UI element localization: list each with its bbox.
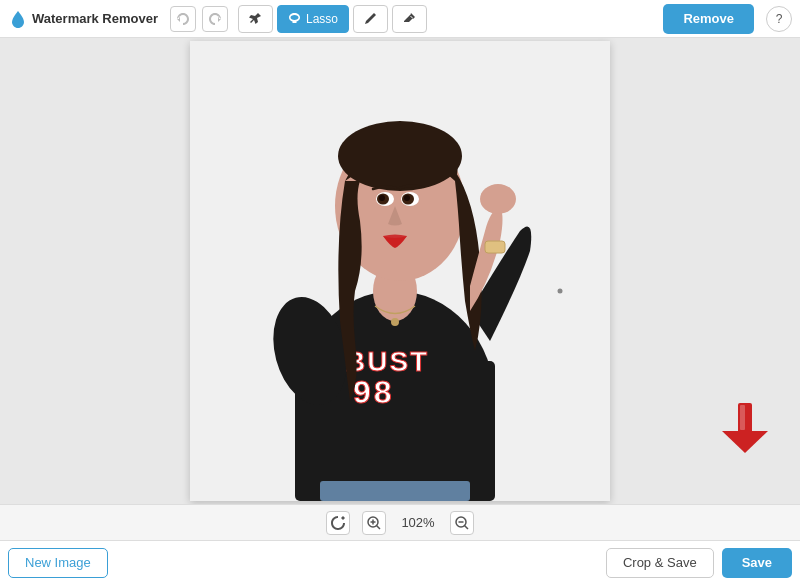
- svg-marker-24: [722, 431, 768, 453]
- erase-tool-button[interactable]: [392, 5, 427, 33]
- svg-line-32: [465, 525, 469, 529]
- header: Watermark Remover Lasso: [0, 0, 800, 38]
- svg-point-17: [379, 195, 385, 201]
- pen-tool-button[interactable]: [353, 5, 388, 33]
- new-image-button[interactable]: New Image: [8, 548, 108, 578]
- toolbar-tools: Lasso: [238, 5, 427, 33]
- svg-rect-21: [320, 481, 470, 501]
- zoom-level: 102%: [398, 515, 438, 530]
- svg-text:98: 98: [353, 374, 395, 410]
- save-button[interactable]: Save: [722, 548, 792, 578]
- svg-point-22: [558, 289, 563, 294]
- svg-point-10: [391, 318, 399, 326]
- svg-line-29: [377, 525, 381, 529]
- canvas-area: BUST BUST 98 98: [0, 38, 800, 504]
- svg-rect-20: [485, 241, 505, 253]
- remove-button[interactable]: Remove: [663, 4, 754, 34]
- lasso-tool-button[interactable]: Lasso: [277, 5, 349, 33]
- image-container[interactable]: BUST BUST 98 98: [190, 41, 610, 501]
- svg-text:BUST: BUST: [345, 346, 429, 377]
- zoom-bar: 102%: [0, 504, 800, 540]
- app-title: Watermark Remover: [32, 11, 158, 26]
- app-logo: Watermark Remover: [8, 9, 164, 29]
- crop-save-button[interactable]: Crop & Save: [606, 548, 714, 578]
- zoom-out-button[interactable]: [450, 511, 474, 535]
- redo-button[interactable]: [202, 6, 228, 32]
- help-button[interactable]: ?: [766, 6, 792, 32]
- person-image: BUST BUST 98 98: [190, 41, 610, 501]
- footer-right: Crop & Save Save: [606, 548, 792, 578]
- download-arrow-icon: [720, 401, 770, 456]
- zoom-in-button[interactable]: [362, 511, 386, 535]
- pin-tool-button[interactable]: [238, 5, 273, 33]
- footer: New Image Crop & Save Save: [0, 540, 800, 584]
- svg-rect-25: [740, 405, 745, 430]
- svg-point-18: [404, 195, 410, 201]
- svg-point-12: [338, 121, 462, 191]
- lasso-label: Lasso: [306, 12, 338, 26]
- zoom-reset-button[interactable]: [326, 511, 350, 535]
- svg-point-19: [480, 184, 516, 214]
- undo-button[interactable]: [170, 6, 196, 32]
- logo-icon: [8, 9, 28, 29]
